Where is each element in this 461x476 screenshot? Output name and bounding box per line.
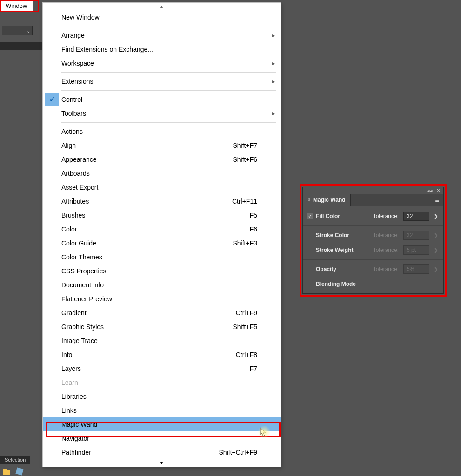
- menu-item-image-trace[interactable]: Image Trace: [43, 334, 281, 348]
- menu-item-actions[interactable]: Actions: [43, 125, 281, 139]
- menu-item-navigator[interactable]: Navigator: [43, 431, 281, 445]
- menu-item-flattener-preview[interactable]: Flattener Preview: [43, 292, 281, 306]
- tolerance-label: Tolerance:: [373, 213, 401, 219]
- panel-collapse-icon[interactable]: ◂◂: [427, 188, 433, 194]
- menu-item-color-themes[interactable]: Color Themes: [43, 250, 281, 264]
- menu-item-asset-export[interactable]: Asset Export: [43, 180, 281, 194]
- menu-item-label: Learn: [61, 379, 211, 386]
- menu-scroll-up[interactable]: ▴: [43, 3, 281, 10]
- menu-item-label: Info: [61, 351, 211, 358]
- panel-menu-button[interactable]: ≡: [431, 194, 443, 206]
- selection-tab[interactable]: Selection: [0, 456, 30, 464]
- menu-item-links[interactable]: Links: [43, 403, 281, 417]
- tolerance-input-fill[interactable]: 32: [403, 212, 429, 221]
- menu-item-appearance[interactable]: AppearanceShift+F6: [43, 152, 281, 166]
- menu-separator: [61, 72, 276, 73]
- menu-item-label: Libraries: [61, 393, 211, 400]
- menu-item-find-extensions-on-exchange[interactable]: Find Extensions on Exchange...: [43, 42, 281, 56]
- drag-icon: ⇕: [307, 198, 311, 202]
- checkbox-stroke-weight[interactable]: [307, 247, 313, 253]
- label-stroke-weight: Stroke Weight: [316, 247, 370, 253]
- menu-item-color-guide[interactable]: Color GuideShift+F3: [43, 236, 281, 250]
- tolerance-label: Tolerance:: [373, 232, 401, 238]
- label-fill-color: Fill Color: [316, 213, 370, 219]
- menu-item-css-properties[interactable]: CSS Properties: [43, 264, 281, 278]
- submenu-arrow-icon: ▸: [267, 60, 281, 66]
- toolbar-strip: [0, 42, 42, 50]
- toolbar-swatch[interactable]: ⌄: [2, 26, 33, 35]
- menu-item-label: Magic Wand: [61, 421, 211, 428]
- menu-item-control[interactable]: ✓Control: [43, 93, 281, 106]
- menu-item-shortcut: Shift+F6: [211, 156, 267, 163]
- panel-tab-magic-wand[interactable]: ⇕ Magic Wand: [303, 194, 351, 206]
- menu-item-info[interactable]: InfoCtrl+F8: [43, 348, 281, 362]
- menu-item-label: Brushes: [61, 212, 211, 219]
- svg-rect-1: [3, 469, 7, 471]
- panel-row-stroke-color: Stroke Color Tolerance: 32 ❯: [303, 228, 443, 243]
- submenu-arrow-icon: ▸: [267, 32, 281, 39]
- menu-item-label: Control: [61, 96, 211, 103]
- menu-item-label: Extensions: [61, 78, 211, 85]
- menu-item-color[interactable]: ColorF6: [43, 222, 281, 236]
- menu-item-brushes[interactable]: BrushesF5: [43, 208, 281, 222]
- close-icon[interactable]: ✕: [436, 188, 441, 194]
- panel-row-fill-color: ✓ Fill Color Tolerance: 32 ❯: [303, 209, 443, 224]
- menu-item-attributes[interactable]: AttributesCtrl+F11: [43, 194, 281, 208]
- submenu-arrow-icon: ▸: [267, 78, 281, 85]
- menu-item-align[interactable]: AlignShift+F7: [43, 139, 281, 152]
- menu-item-pathfinder[interactable]: PathfinderShift+Ctrl+F9: [43, 445, 281, 459]
- menu-item-libraries[interactable]: Libraries: [43, 390, 281, 403]
- checkbox-fill-color[interactable]: ✓: [307, 213, 313, 219]
- menu-item-shortcut: Ctrl+F9: [211, 309, 267, 317]
- menu-item-label: Toolbars: [61, 110, 211, 117]
- menu-item-new-window[interactable]: New Window: [43, 10, 281, 24]
- menu-item-shortcut: Shift+F7: [211, 142, 267, 149]
- menu-item-shortcut: Shift+F5: [211, 323, 267, 331]
- menu-item-label: Appearance: [61, 156, 211, 163]
- menu-item-layers[interactable]: LayersF7: [43, 362, 281, 376]
- menu-item-artboards[interactable]: Artboards: [43, 166, 281, 180]
- menu-item-label: Layers: [61, 365, 211, 372]
- menu-item-magic-wand[interactable]: Magic Wand: [43, 417, 281, 431]
- menu-item-label: Attributes: [61, 198, 211, 205]
- chevron-right-icon: ❯: [432, 247, 440, 253]
- label-opacity: Opacity: [316, 266, 370, 272]
- panel-tab-label: Magic Wand: [313, 197, 346, 203]
- menu-scroll-down[interactable]: ▾: [43, 459, 281, 467]
- taskbar-icon-folder[interactable]: [2, 467, 11, 476]
- menu-item-label: Artboards: [61, 170, 211, 177]
- menu-item-label: Arrange: [61, 32, 211, 39]
- menu-item-label: Navigator: [61, 435, 211, 442]
- checkbox-stroke-color[interactable]: [307, 232, 313, 238]
- window-menu: ▴ New WindowArrange▸Find Extensions on E…: [42, 2, 281, 467]
- menu-item-document-info[interactable]: Document Info: [43, 278, 281, 292]
- checkbox-opacity[interactable]: [307, 266, 313, 272]
- menu-item-gradient[interactable]: GradientCtrl+F9: [43, 306, 281, 320]
- menu-item-label: Color Themes: [61, 253, 211, 261]
- menu-item-extensions[interactable]: Extensions▸: [43, 74, 281, 88]
- menu-item-shortcut: F5: [211, 212, 267, 219]
- menu-item-label: Align: [61, 142, 211, 149]
- menu-item-toolbars[interactable]: Toolbars▸: [43, 106, 281, 120]
- menu-separator: [61, 122, 276, 123]
- panel-row-blending-mode: Blending Mode: [303, 277, 443, 291]
- label-blending-mode: Blending Mode: [316, 281, 440, 287]
- tolerance-label: Tolerance:: [373, 266, 401, 272]
- panel-row-stroke-weight: Stroke Weight Tolerance: 5 pt ❯: [303, 243, 443, 258]
- chevron-down-icon: ⌄: [27, 28, 30, 33]
- menu-item-label: Find Extensions on Exchange...: [61, 46, 211, 53]
- annotation-highlight-panel: ◂◂ ✕ ⇕ Magic Wand ≡ ✓ Fill Color Toleran…: [300, 184, 447, 297]
- checkbox-blending-mode[interactable]: [307, 281, 313, 287]
- taskbar-icon-app[interactable]: [15, 467, 24, 476]
- menu-item-arrange[interactable]: Arrange▸: [43, 28, 281, 42]
- menu-item-label: New Window: [61, 13, 211, 21]
- menu-item-label: Color Guide: [61, 239, 211, 247]
- chevron-right-icon[interactable]: ❯: [432, 213, 440, 219]
- menu-item-label: Color: [61, 225, 211, 233]
- tolerance-input-opacity: 5%: [403, 264, 429, 274]
- menu-item-workspace[interactable]: Workspace▸: [43, 56, 281, 70]
- menu-item-label: Links: [61, 407, 211, 414]
- menubar-window[interactable]: Window: [0, 0, 33, 12]
- menu-item-label: Flattener Preview: [61, 295, 211, 303]
- menu-item-graphic-styles[interactable]: Graphic StylesShift+F5: [43, 320, 281, 334]
